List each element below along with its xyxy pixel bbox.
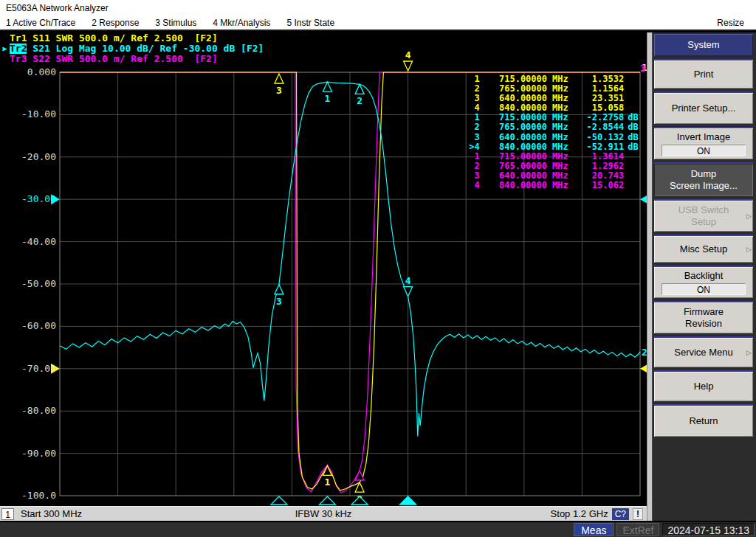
active-trace-arrow-icon: ▶ — [0, 44, 10, 54]
marker-number: 3 — [462, 133, 480, 142]
stimulus-marker-icon — [319, 496, 335, 505]
marker-value-unit — [624, 75, 644, 84]
softkey-state-value: ON — [662, 145, 746, 156]
marker-triangle-icon — [404, 287, 413, 297]
marker-value: 1.2962 — [579, 162, 624, 171]
softkey-label: Dump — [691, 168, 717, 180]
softkey-button-dump[interactable]: DumpScreen Image... — [654, 162, 753, 196]
marker-value-unit — [624, 84, 644, 94]
softkey-button-backlight[interactable]: BacklightON — [654, 266, 753, 298]
marker-value: 1.3614 — [579, 152, 624, 162]
marker-frequency: 840.00000 — [480, 181, 547, 190]
marker-table-row: 4840.00000MHz15.062 — [462, 181, 644, 190]
softkey-label: Print — [694, 69, 714, 80]
marker-frequency: 765.00000 — [480, 122, 547, 132]
marker-number-label: 3 — [276, 85, 282, 96]
legend-row-tr1[interactable]: Tr1 S11 SWR 500.0 m/ Ref 2.500 [F2] — [0, 33, 264, 44]
softkey-label: Revision — [685, 318, 722, 330]
trace-id: Tr1 — [10, 33, 27, 44]
marker-triangle-icon — [323, 82, 331, 91]
active-trace-arrow-icon — [0, 33, 10, 44]
trace-format-text: S21 Log Mag 10.00 dB/ Ref -30.00 dB [F2] — [27, 44, 264, 54]
marker-4-glyph: 4 — [404, 275, 413, 297]
y-axis-tick-label: -10.00 — [0, 109, 56, 119]
marker-value-unit: dB — [624, 122, 644, 132]
softkey-button-print[interactable]: Print — [654, 59, 753, 89]
marker-frequency: 840.00000 — [480, 142, 547, 152]
softkey-button-invert-image[interactable]: Invert ImageON — [654, 127, 753, 159]
legend-row-tr2[interactable]: ▶Tr2 S21 Log Mag 10.00 dB/ Ref -30.00 dB… — [0, 44, 264, 54]
trace-format-text: S22 SWR 500.0 m/ Ref 2.500 [F2] — [27, 54, 217, 64]
softkey-label: Service Menu — [674, 347, 732, 358]
channel-status-bar: 1 Start 300 MHz IFBW 30 kHz Stop 1.2 GHz… — [0, 506, 647, 521]
marker-triangle-icon — [404, 61, 413, 71]
marker-value-unit — [624, 94, 644, 103]
trace-exit-number: 3 — [640, 63, 646, 74]
app-window: E5063A Network Analyzer 1 Active Ch/Trac… — [0, 0, 756, 537]
marker-number: 4 — [462, 181, 480, 190]
menu-item-4[interactable]: 4 Mkr/Analysis — [205, 18, 278, 28]
y-axis-tick-label: -30.00 — [0, 194, 56, 204]
channel-number-badge: 1 — [1, 508, 14, 520]
submenu-arrow-icon: ▷ — [746, 212, 752, 220]
meas-status-badge: Meas — [574, 523, 614, 536]
marker-value-unit — [624, 162, 644, 171]
y-axis-tick-label: -50.00 — [0, 279, 56, 289]
softkey-button-printer-setup[interactable]: Printer Setup... — [654, 91, 753, 124]
extref-status-badge: ExtRef — [616, 523, 659, 536]
softkey-button-return[interactable]: Return — [654, 404, 753, 437]
marker-value: -50.132 — [579, 133, 624, 142]
instrument-status-bar: Meas ExtRef 2024-07-15 13:13 — [0, 522, 756, 537]
marker-2-glyph: 2 — [355, 84, 364, 106]
stop-frequency-label: Stop 1.2 GHz — [551, 508, 608, 519]
active-trace-arrow-icon — [0, 54, 10, 64]
window-title: E5063A Network Analyzer — [0, 0, 756, 17]
marker-number-label: 1 — [325, 477, 331, 488]
menu-item-2[interactable]: 2 Response — [83, 18, 147, 28]
window-splitter[interactable] — [647, 32, 653, 521]
chart-area: 3412121234132 Tr1 S11 SWR 500.0 m/ Ref 2… — [0, 32, 653, 506]
datetime-display: 2024-07-15 13:13 — [662, 523, 755, 536]
y-axis-tick-label: -80.00 — [0, 406, 56, 416]
marker-frequency: 640.00000 — [480, 133, 547, 142]
y-axis-tick-label: -90.00 — [0, 448, 56, 459]
trace-format-text: S11 SWR 500.0 m/ Ref 2.500 [F2] — [27, 33, 217, 44]
marker-table: 1715.00000MHz1.35322765.00000MHz1.156436… — [462, 75, 644, 190]
marker-value-unit — [624, 152, 644, 162]
marker-4-glyph: 4 — [404, 49, 413, 71]
softkey-label: System — [687, 39, 719, 51]
softkey-label: Invert Image — [677, 131, 730, 143]
y-axis-tick-label: -20.00 — [0, 152, 56, 162]
trace-id: Tr3 — [10, 54, 27, 64]
marker-number: 2 — [462, 122, 480, 132]
menu-item-5[interactable]: 5 Instr State — [278, 18, 343, 28]
marker-value: -52.911 — [579, 142, 624, 152]
submenu-arrow-icon: ▷ — [746, 246, 752, 253]
softkey-button-firmware[interactable]: FirmwareRevision — [654, 301, 753, 333]
marker-frequency: 765.00000 — [480, 162, 547, 171]
start-frequency-label: Start 300 MHz — [21, 508, 82, 519]
trace-id: Tr2 — [10, 44, 27, 54]
softkey-button-misc-setup[interactable]: Misc Setup▷ — [654, 235, 753, 263]
marker-3-glyph: 3 — [275, 285, 284, 307]
softkey-button-help[interactable]: Help — [654, 370, 753, 401]
legend-row-tr3[interactable]: Tr3 S22 SWR 500.0 m/ Ref 2.500 [F2] — [0, 54, 264, 64]
softkey-state-value: ON — [662, 283, 746, 295]
softkey-label: Firmware — [684, 306, 724, 318]
menu-item-1[interactable]: 1 Active Ch/Trace — [0, 18, 83, 28]
marker-3-glyph: 3 — [275, 74, 284, 96]
resize-control[interactable]: Resize — [709, 18, 756, 28]
menu-item-3[interactable]: 3 Stimulus — [147, 18, 205, 28]
marker-table-row: 3640.00000MHz-50.132dB — [462, 133, 644, 142]
marker-table-row: 2765.00000MHz1.2962 — [462, 162, 644, 171]
marker-1-glyph: 1 — [323, 82, 331, 104]
marker-freq-unit: MHz — [547, 142, 579, 152]
marker-table-row: 1715.00000MHz1.3614 — [462, 152, 644, 162]
y-axis-tick-label: -100.0 — [0, 491, 56, 501]
softkey-button-service-menu[interactable]: Service Menu▷ — [654, 336, 753, 367]
marker-value: 15.062 — [579, 181, 624, 190]
marker-value: -2.8544 — [579, 122, 624, 132]
marker-freq-unit: MHz — [547, 122, 579, 132]
marker-number-label: 2 — [357, 95, 362, 106]
softkey-label: Help — [694, 381, 714, 392]
